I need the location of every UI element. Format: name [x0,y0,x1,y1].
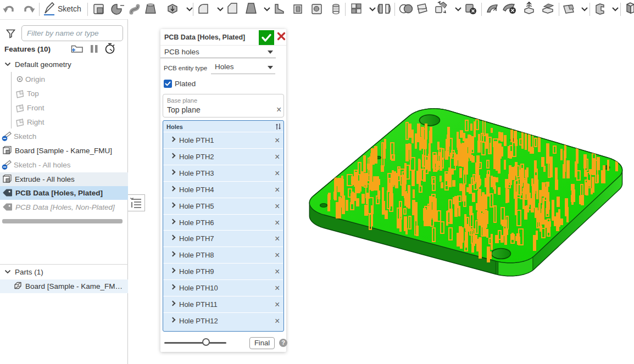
svg-text:Sketch: Sketch [58,4,81,13]
